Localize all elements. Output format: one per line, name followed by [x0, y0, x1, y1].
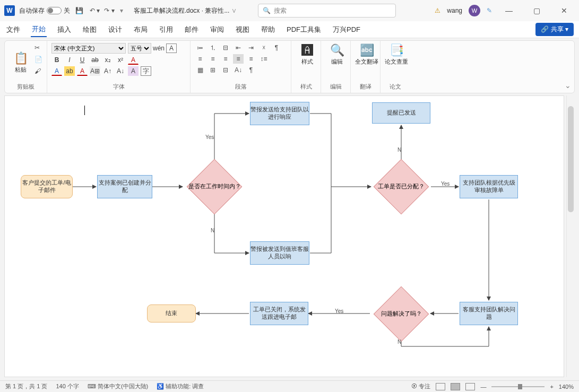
- text-effects-button[interactable]: A: [128, 55, 139, 65]
- enclose-char-button[interactable]: 字: [141, 66, 151, 76]
- user-avatar[interactable]: W: [469, 5, 480, 16]
- shape-review-priority[interactable]: 支持团队根据优先级审核故障单: [460, 175, 518, 198]
- shape-ticket-assigned[interactable]: 工单是否已分配？: [370, 165, 433, 208]
- qa-overflow[interactable]: ▾: [120, 7, 123, 14]
- distribute-button[interactable]: ≡: [246, 54, 256, 64]
- view-read-button[interactable]: [436, 383, 445, 390]
- share-button[interactable]: 🔗 共享 ▾: [535, 23, 574, 36]
- format-painter-button[interactable]: 🖌: [34, 66, 42, 76]
- align-center-button[interactable]: ≡: [208, 54, 218, 64]
- shape-reminder-sent[interactable]: 提醒已发送: [372, 102, 430, 124]
- status-page[interactable]: 第 1 页，共 1 页: [5, 382, 47, 390]
- save-icon[interactable]: 💾: [75, 7, 83, 14]
- autosave-toggle[interactable]: 自动保存 关: [19, 6, 70, 15]
- copy-button[interactable]: 📄: [34, 55, 42, 64]
- increase-indent-button[interactable]: ⇥: [246, 43, 256, 53]
- cut-button[interactable]: ✂: [34, 43, 42, 53]
- align-left-button[interactable]: ≡: [195, 54, 205, 64]
- shading-button[interactable]: ▦: [195, 65, 205, 75]
- bold-button[interactable]: B: [51, 55, 62, 65]
- grow-font-button[interactable]: A↑: [102, 66, 113, 76]
- view-web-button[interactable]: [465, 383, 475, 390]
- redo-button[interactable]: ↷ ▾: [104, 7, 114, 14]
- shape-within-hours[interactable]: 是否在工作时间内？: [183, 165, 246, 208]
- justify-button[interactable]: ≡: [233, 54, 244, 64]
- shrink-font-button[interactable]: A↓: [115, 66, 126, 76]
- pen-icon[interactable]: ✎: [487, 7, 492, 14]
- vertical-scrollbar[interactable]: [566, 95, 575, 377]
- zoom-level[interactable]: 140%: [559, 384, 574, 390]
- snap-grid-button[interactable]: ⊟: [220, 65, 231, 75]
- show-paragraph-button[interactable]: ¶: [246, 65, 256, 75]
- close-button[interactable]: ✕: [554, 6, 575, 15]
- italic-button[interactable]: I: [64, 55, 75, 65]
- zoom-in-button[interactable]: +: [550, 384, 553, 390]
- phonetic-guide-button[interactable]: wén: [153, 43, 164, 53]
- asian-layout-button[interactable]: ☓: [258, 43, 269, 53]
- char-border-button[interactable]: A: [166, 43, 177, 53]
- show-marks-button[interactable]: ¶: [271, 43, 282, 53]
- tab-mailings[interactable]: 邮件: [184, 23, 200, 37]
- font-size-select[interactable]: 五号: [128, 43, 151, 54]
- tab-view[interactable]: 视图: [235, 23, 250, 37]
- status-lang[interactable]: ⌨ 简体中文(中国大陆): [88, 382, 148, 390]
- tab-pdftools[interactable]: PDF工具集: [286, 23, 322, 37]
- search-input[interactable]: 🔍 搜索: [258, 4, 396, 18]
- borders-button[interactable]: ⊞: [208, 65, 218, 75]
- tab-help[interactable]: 帮助: [260, 23, 276, 37]
- view-print-button[interactable]: [451, 383, 460, 390]
- paste-button[interactable]: 📋 粘贴: [9, 43, 32, 82]
- superscript-button[interactable]: x²: [115, 55, 126, 65]
- bullets-button[interactable]: ≔: [195, 43, 205, 53]
- char-shading-button[interactable]: A⊞: [90, 66, 100, 76]
- styles-button[interactable]: 🅰 样式: [296, 43, 319, 66]
- multilevel-button[interactable]: ⊟: [220, 43, 231, 53]
- focus-mode[interactable]: ⦿ 专注: [411, 382, 430, 390]
- sort-button[interactable]: A↓: [233, 65, 244, 75]
- tab-home[interactable]: 开始: [31, 22, 47, 37]
- tab-review[interactable]: 审阅: [209, 23, 225, 37]
- shape-alert-support[interactable]: 警报发送给支持团队以进行响应: [250, 102, 309, 125]
- editing-button[interactable]: 🔍 编辑: [325, 43, 349, 66]
- strike-button[interactable]: ab: [90, 55, 100, 65]
- subscript-button[interactable]: x₂: [102, 55, 113, 65]
- shape-problem-solved[interactable]: 问题解决了吗？: [370, 292, 433, 336]
- minimize-button[interactable]: —: [498, 6, 520, 15]
- font-color-button[interactable]: A: [51, 66, 62, 76]
- document-canvas[interactable]: 客户提交的工单/电子邮件 支持案例已创建并分配 是否在工作时间内？ 警报发送给支…: [4, 95, 564, 377]
- tab-references[interactable]: 引用: [158, 23, 174, 37]
- word-app-icon[interactable]: W: [4, 5, 15, 16]
- align-right-button[interactable]: ≡: [220, 54, 231, 64]
- status-a11y[interactable]: ♿ 辅助功能: 调查: [157, 382, 204, 390]
- highlight-button[interactable]: ab: [64, 66, 75, 76]
- status-words[interactable]: 140 个字: [56, 382, 79, 390]
- shape-case-created[interactable]: 支持案例已创建并分配: [97, 175, 152, 198]
- shape-alert-oncall[interactable]: 警报被发送到值班客服人员以响: [250, 241, 309, 265]
- tab-file[interactable]: 文件: [5, 23, 21, 37]
- font-color2-button[interactable]: A: [77, 66, 88, 76]
- zoom-out-button[interactable]: —: [480, 384, 486, 390]
- tab-insert[interactable]: 插入: [56, 23, 72, 37]
- tab-design[interactable]: 设计: [107, 23, 123, 37]
- ribbon-expand-button[interactable]: ⌄: [565, 81, 571, 90]
- toggle-icon[interactable]: [47, 7, 62, 14]
- translate-button[interactable]: 🔤 全文翻译: [355, 43, 378, 66]
- maximize-button[interactable]: ▢: [526, 6, 547, 15]
- numbering-button[interactable]: ⒈: [208, 43, 218, 53]
- shape-start[interactable]: 客户提交的工单/电子邮件: [21, 175, 73, 198]
- shape-resolve-issue[interactable]: 客服支持团队解决问题: [460, 302, 518, 325]
- shape-end[interactable]: 结束: [147, 304, 196, 323]
- thesis-button[interactable]: 📑 论文查重: [385, 43, 408, 66]
- shape-ticket-closed[interactable]: 工单已关闭，系统发送跟进电子邮: [250, 302, 308, 325]
- font-name-select[interactable]: 宋体 (中文正文): [51, 43, 126, 54]
- zoom-slider[interactable]: [491, 386, 545, 387]
- tab-layout[interactable]: 布局: [133, 23, 149, 37]
- clear-formatting-button[interactable]: A: [128, 66, 139, 76]
- line-spacing-button[interactable]: ↕≡: [258, 54, 269, 64]
- decrease-indent-button[interactable]: ⇤: [233, 43, 244, 53]
- warning-icon[interactable]: ⚠: [435, 7, 440, 14]
- tab-draw[interactable]: 绘图: [82, 23, 98, 37]
- tab-wanxing[interactable]: 万兴PDF: [332, 23, 361, 37]
- undo-button[interactable]: ↶ ▾: [90, 7, 100, 14]
- underline-button[interactable]: U: [77, 55, 88, 65]
